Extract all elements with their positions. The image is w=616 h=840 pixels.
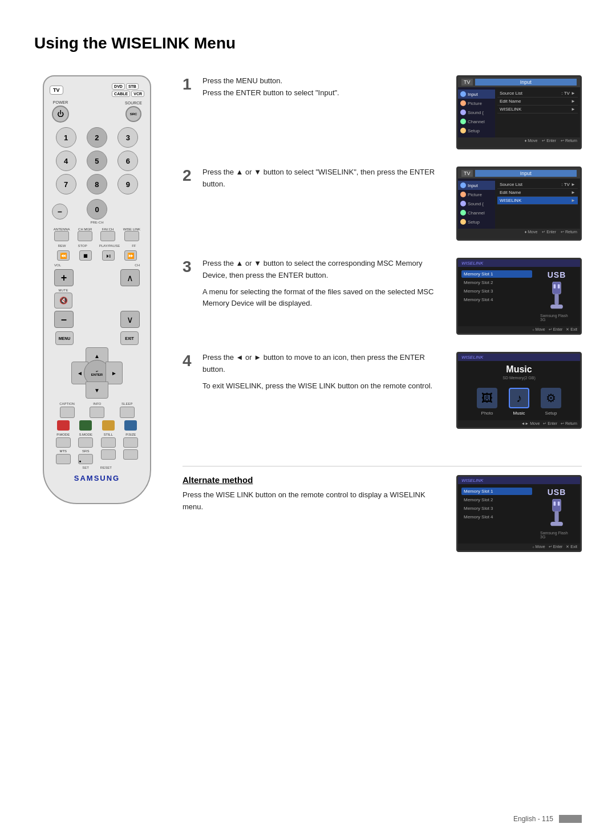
antenna-button[interactable] bbox=[54, 231, 69, 241]
still-button[interactable] bbox=[101, 437, 116, 448]
blue-button[interactable] bbox=[124, 420, 137, 431]
photo-icon-img: 🖼 bbox=[477, 388, 497, 408]
input-icon-2 bbox=[460, 182, 466, 188]
power-button[interactable]: ⏻ bbox=[52, 105, 69, 123]
caption-button[interactable] bbox=[60, 407, 75, 418]
srs-button[interactable]: ● bbox=[78, 454, 93, 464]
wl-item-2-2: Memory Slot 2 bbox=[461, 496, 532, 504]
play-pause-label: PLAY/PAUSE bbox=[99, 244, 120, 247]
vol-up-button[interactable]: + bbox=[54, 269, 74, 286]
reset-label: RESET bbox=[100, 466, 112, 469]
tv-content-2: Source List : TV ► Edit Name ► WISELINK bbox=[495, 178, 580, 229]
mute-button[interactable]: 🔇 bbox=[54, 293, 72, 309]
dash-button[interactable]: – bbox=[52, 204, 68, 220]
rew-label: REW bbox=[58, 244, 66, 247]
usb-label-2: USB bbox=[548, 488, 566, 497]
usb-info-1: Samsung Flash 3G bbox=[537, 313, 577, 323]
sidebar-picture-1: Picture bbox=[458, 99, 495, 108]
sleep-button[interactable] bbox=[120, 407, 135, 418]
sidebar-sound-1: Sound { bbox=[458, 108, 495, 117]
smode-button[interactable] bbox=[78, 437, 93, 448]
num-btn-1[interactable]: 1 bbox=[56, 127, 76, 148]
num-btn-3[interactable]: 3 bbox=[117, 127, 138, 148]
svg-rect-8 bbox=[554, 502, 556, 506]
wl-nav-1: ⬦ Move ↵ Enter ✕ Exit bbox=[458, 326, 580, 333]
ch-up-button[interactable]: ∧ bbox=[120, 269, 140, 286]
info-button[interactable] bbox=[90, 407, 104, 418]
tv-content-1: Source List : TV ► Edit Name ► WISELINK bbox=[495, 87, 580, 137]
setup-icon-img: ⚙ bbox=[541, 388, 561, 408]
svg-rect-1 bbox=[554, 294, 558, 305]
tv-sidebar-2: Input Picture Sound { bbox=[458, 178, 495, 229]
stb-button[interactable]: STB bbox=[126, 83, 139, 90]
num-btn-8[interactable]: 8 bbox=[87, 174, 107, 194]
rew-button[interactable]: ⏪ bbox=[57, 250, 70, 261]
dpad-right[interactable]: ► bbox=[106, 362, 123, 384]
mts-button[interactable] bbox=[56, 454, 71, 464]
sidebar-channel-2: Channel bbox=[458, 208, 495, 217]
input-title-1: Input bbox=[475, 79, 577, 86]
num-btn-5[interactable]: 5 bbox=[87, 151, 107, 171]
power-label: POWER bbox=[53, 100, 68, 104]
tv-badge-2: TV bbox=[461, 170, 473, 177]
step-1-text: Press the MENU button.Press the ENTER bu… bbox=[202, 75, 448, 104]
num-btn-0[interactable]: 0 bbox=[87, 199, 107, 220]
setup-icon-2 bbox=[460, 219, 466, 225]
source-label: SOURCE bbox=[125, 101, 142, 105]
exit-button[interactable]: EXIT bbox=[120, 331, 139, 345]
num-btn-6[interactable]: 6 bbox=[117, 151, 138, 171]
transport-buttons: ⏪ ⏹ ⏯ ⏩ bbox=[52, 250, 142, 261]
mute-row: MUTE 🔇 bbox=[54, 289, 140, 309]
play-pause-button[interactable]: ⏯ bbox=[102, 250, 115, 261]
wise-link-button[interactable] bbox=[124, 231, 139, 241]
setup-icon-1 bbox=[460, 128, 466, 133]
sidebar-setup-1: Setup bbox=[458, 126, 495, 135]
source-button[interactable]: SRC bbox=[125, 106, 141, 122]
psize-button[interactable] bbox=[123, 437, 138, 448]
page-footer: English - 115 bbox=[513, 815, 582, 823]
ff-button[interactable]: ⏩ bbox=[124, 250, 137, 261]
green-button[interactable] bbox=[79, 420, 92, 431]
stop-button[interactable]: ⏹ bbox=[79, 250, 92, 261]
cable-button[interactable]: CABLE bbox=[112, 91, 130, 97]
extra-btn-1[interactable] bbox=[101, 449, 116, 460]
wl-item-1-1: Memory Slot 1 bbox=[461, 270, 532, 278]
sidebar-sound-2: Sound { bbox=[458, 199, 495, 208]
footer-bar bbox=[559, 815, 582, 823]
menu-button[interactable]: MENU bbox=[55, 331, 74, 345]
psize-label: P.SIZE bbox=[125, 433, 136, 436]
num-btn-4[interactable]: 4 bbox=[56, 151, 76, 171]
photo-icon: 🖼 Photo bbox=[477, 388, 497, 416]
content-area: TV DVD STB CABLE VCR bbox=[34, 75, 582, 552]
yellow-button[interactable] bbox=[102, 420, 115, 431]
ch-mgr-button[interactable] bbox=[78, 231, 92, 241]
fav-ch-button[interactable] bbox=[100, 231, 115, 241]
tv-button[interactable]: TV bbox=[50, 86, 63, 95]
step-4-text: Press the ◄ or ► button to move to an ic… bbox=[202, 352, 448, 396]
num-btn-9[interactable]: 9 bbox=[117, 174, 138, 194]
page-container: Using the WISELINK Menu TV DVD STB CABLE… bbox=[0, 0, 616, 840]
num-btn-7[interactable]: 7 bbox=[56, 174, 76, 194]
num-btn-2[interactable]: 2 bbox=[87, 127, 107, 148]
red-button[interactable] bbox=[57, 420, 70, 431]
input-icon-1 bbox=[460, 91, 466, 97]
dpad-down[interactable]: ▼ bbox=[86, 382, 108, 399]
zero-row: – 0 PRE-CH bbox=[52, 199, 142, 224]
step-2-row: 2 Press the ▲ or ▼ button to select "WIS… bbox=[183, 167, 582, 241]
ch-down-button[interactable]: ∨ bbox=[120, 311, 140, 328]
dvd-button[interactable]: DVD bbox=[112, 83, 125, 90]
pmode-button[interactable] bbox=[56, 437, 71, 448]
sidebar-input-2: Input bbox=[458, 181, 495, 190]
step-2-content: Press the ▲ or ▼ button to select "WISEL… bbox=[202, 167, 582, 241]
caption-row: CAPTION INFO SLEEP bbox=[52, 402, 142, 418]
wiselink-screen-2: WISELINK Memory Slot 1 Memory Slot 2 Mem… bbox=[456, 475, 582, 552]
pmode-row: P.MODE S.MODE STILL P.SIZE bbox=[52, 433, 142, 448]
vcr-button[interactable]: VCR bbox=[131, 91, 144, 97]
vol-down-button[interactable]: – bbox=[54, 311, 74, 328]
wl-item-1-4: Memory Slot 4 bbox=[461, 296, 532, 303]
step-4-row: 4 Press the ◄ or ► button to move to an … bbox=[183, 352, 582, 429]
extra-btn-2[interactable] bbox=[123, 449, 138, 460]
tv-nav-2: ♦ Move ↵ Enter ↩ Return bbox=[458, 229, 580, 236]
set-reset-row: SET RESET bbox=[52, 466, 142, 469]
wl-item-1-3: Memory Slot 3 bbox=[461, 287, 532, 295]
